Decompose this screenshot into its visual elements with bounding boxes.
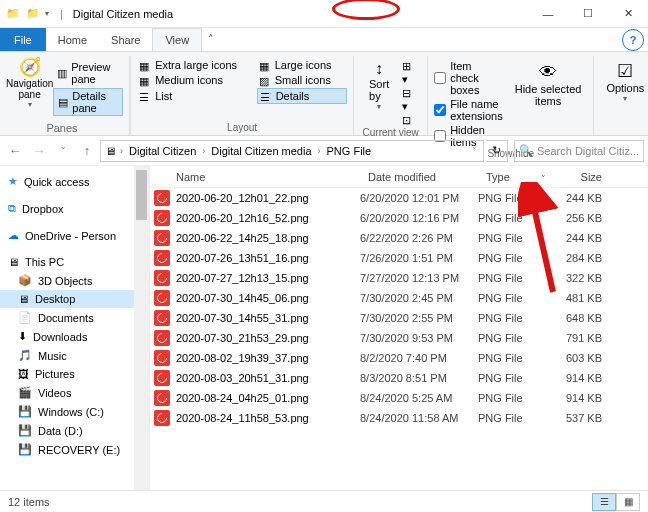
sidebar-item-pictures[interactable]: 🖼Pictures <box>0 365 149 383</box>
preview-pane-button[interactable]: ▥Preview pane <box>53 60 123 86</box>
sidebar-item-documents[interactable]: 📄Documents <box>0 308 149 327</box>
pc-icon: 🖥 <box>105 145 116 157</box>
sidebar-item-dropbox[interactable]: ⧉Dropbox <box>0 199 149 218</box>
table-row[interactable]: 2020-06-20_12h16_52.png 6/20/2020 12:16 … <box>150 208 648 228</box>
sidebar-item-videos[interactable]: 🎬Videos <box>0 383 149 402</box>
file-name: 2020-07-30_21h53_29.png <box>176 332 360 344</box>
tab-share[interactable]: Share <box>99 28 152 51</box>
search-placeholder: Search Digital Citiz... <box>537 145 639 157</box>
sidebar-item-e-drive[interactable]: 💾RECOVERY (E:) <box>0 440 149 459</box>
nav-recent-dropdown[interactable]: ˅ <box>52 140 74 162</box>
column-size[interactable]: Size <box>552 171 612 183</box>
table-row[interactable]: 2020-07-30_14h45_06.png 7/30/2020 2:45 P… <box>150 288 648 308</box>
table-row[interactable]: 2020-07-26_13h51_16.png 7/26/2020 1:51 P… <box>150 248 648 268</box>
sidebar-item-music[interactable]: 🎵Music <box>0 346 149 365</box>
file-size: 648 KB <box>552 312 612 324</box>
file-type: PNG File <box>478 292 552 304</box>
layout-medium[interactable]: ▦Medium icons <box>137 73 253 87</box>
minimize-button[interactable]: ― <box>528 0 568 28</box>
file-type: PNG File <box>478 252 552 264</box>
nav-up-button[interactable]: ↑ <box>76 140 98 162</box>
file-date: 8/2/2020 7:40 PM <box>360 352 478 364</box>
nav-forward-button[interactable]: → <box>28 140 50 162</box>
breadcrumb-path[interactable]: 🖥 › Digital Citizen › Digital Citizen me… <box>100 140 484 162</box>
file-size: 481 KB <box>552 292 612 304</box>
breadcrumb[interactable]: Digital Citizen media <box>209 145 313 157</box>
layout-details[interactable]: ☰Details <box>257 88 347 104</box>
file-name: 2020-07-27_12h13_15.png <box>176 272 360 284</box>
sidebar-item-desktop[interactable]: 🖥Desktop <box>0 290 149 308</box>
breadcrumb-filter[interactable]: PNG File <box>325 145 374 157</box>
file-type: PNG File <box>478 272 552 284</box>
sidebar-item-quick-access[interactable]: ★Quick access <box>0 172 149 191</box>
table-row[interactable]: 2020-06-20_12h01_22.png 6/20/2020 12:01 … <box>150 188 648 208</box>
tab-home[interactable]: Home <box>46 28 99 51</box>
layout-list[interactable]: ☰List <box>137 88 253 104</box>
table-row[interactable]: 2020-07-30_21h53_29.png 7/30/2020 9:53 P… <box>150 328 648 348</box>
table-row[interactable]: 2020-07-27_12h13_15.png 7/27/2020 12:13 … <box>150 268 648 288</box>
layout-large[interactable]: ▦Large icons <box>257 58 347 72</box>
sidebar-scrollbar-thumb[interactable] <box>136 170 147 220</box>
file-name: 2020-06-20_12h16_52.png <box>176 212 360 224</box>
path-dropdown-icon[interactable]: ˅ <box>472 146 483 156</box>
file-name: 2020-07-30_14h55_31.png <box>176 312 360 324</box>
file-date: 6/20/2020 12:16 PM <box>360 212 478 224</box>
group-by-button[interactable]: ⊞ ▾ <box>402 60 417 86</box>
png-file-icon <box>154 270 170 286</box>
file-type: PNG File <box>478 352 552 364</box>
column-type[interactable]: Type˅ <box>478 171 552 183</box>
folder-back-icon[interactable]: 📁 <box>6 7 20 21</box>
tab-file[interactable]: File <box>0 28 46 51</box>
view-thumbnails-button[interactable]: ▦ <box>616 493 640 511</box>
png-file-icon <box>154 190 170 206</box>
layout-options: ▦Extra large icons ▦Large icons ▦Medium … <box>137 56 347 104</box>
file-type: PNG File <box>478 372 552 384</box>
layout-small[interactable]: ▨Small icons <box>257 73 347 87</box>
maximize-button[interactable]: ☐ <box>568 0 608 28</box>
sidebar-item-this-pc[interactable]: 🖥This PC <box>0 253 149 271</box>
layout-extra-large[interactable]: ▦Extra large icons <box>137 58 253 72</box>
add-columns-button[interactable]: ⊟ ▾ <box>402 87 417 113</box>
tab-view[interactable]: View <box>152 28 202 51</box>
panes-group-label: Panes <box>0 122 124 134</box>
file-date: 6/22/2020 2:26 PM <box>360 232 478 244</box>
sort-by-button[interactable]: ↕ Sort by ▾ <box>364 60 394 127</box>
help-icon[interactable]: ? <box>622 29 644 51</box>
ribbon-collapse-icon[interactable]: ˄ <box>202 28 220 51</box>
sidebar-item-onedrive[interactable]: ☁OneDrive - Person <box>0 226 149 245</box>
file-size: 244 KB <box>552 232 612 244</box>
file-date: 6/20/2020 12:01 PM <box>360 192 478 204</box>
qa-dropdown-icon[interactable]: ▾ <box>40 7 54 21</box>
refresh-button[interactable]: ↻ <box>486 140 508 162</box>
view-details-button[interactable]: ☰ <box>592 493 616 511</box>
nav-back-button[interactable]: ← <box>4 140 26 162</box>
table-row[interactable]: 2020-08-24_04h25_01.png 8/24/2020 5:25 A… <box>150 388 648 408</box>
sidebar-item-3d-objects[interactable]: 📦3D Objects <box>0 271 149 290</box>
table-row[interactable]: 2020-08-24_11h58_53.png 8/24/2020 11:58 … <box>150 408 648 428</box>
search-input[interactable]: 🔍 Search Digital Citiz... <box>514 140 644 162</box>
options-button[interactable]: ☑ Options ▾ <box>600 56 648 103</box>
hide-selected-button[interactable]: 👁 Hide selected items <box>509 58 588 148</box>
column-date[interactable]: Date modified <box>360 171 478 183</box>
search-icon: 🔍 <box>519 144 533 157</box>
file-size: 914 KB <box>552 392 612 404</box>
close-button[interactable]: ✕ <box>608 0 648 28</box>
file-date: 7/30/2020 2:45 PM <box>360 292 478 304</box>
table-row[interactable]: 2020-08-03_20h51_31.png 8/3/2020 8:51 PM… <box>150 368 648 388</box>
breadcrumb[interactable]: Digital Citizen <box>127 145 198 157</box>
sidebar-item-downloads[interactable]: ⬇Downloads <box>0 327 149 346</box>
table-row[interactable]: 2020-08-02_19h39_37.png 8/2/2020 7:40 PM… <box>150 348 648 368</box>
column-name[interactable]: Name <box>150 171 360 183</box>
file-type: PNG File <box>478 392 552 404</box>
item-checkboxes-toggle[interactable]: Item check boxes <box>434 60 503 96</box>
navigation-tree: ★Quick access ⧉Dropbox ☁OneDrive - Perso… <box>0 166 150 490</box>
table-row[interactable]: 2020-07-30_14h55_31.png 7/30/2020 2:55 P… <box>150 308 648 328</box>
details-pane-button[interactable]: ▤Details pane <box>53 88 123 116</box>
png-file-icon <box>154 290 170 306</box>
sidebar-item-d-drive[interactable]: 💾Data (D:) <box>0 421 149 440</box>
sort-indicator-icon: ˅ <box>541 174 546 184</box>
table-row[interactable]: 2020-06-22_14h25_18.png 6/22/2020 2:26 P… <box>150 228 648 248</box>
status-bar: 12 items ☰ ▦ <box>0 490 648 512</box>
sidebar-item-c-drive[interactable]: 💾Windows (C:) <box>0 402 149 421</box>
file-extensions-toggle[interactable]: File name extensions <box>434 98 503 122</box>
